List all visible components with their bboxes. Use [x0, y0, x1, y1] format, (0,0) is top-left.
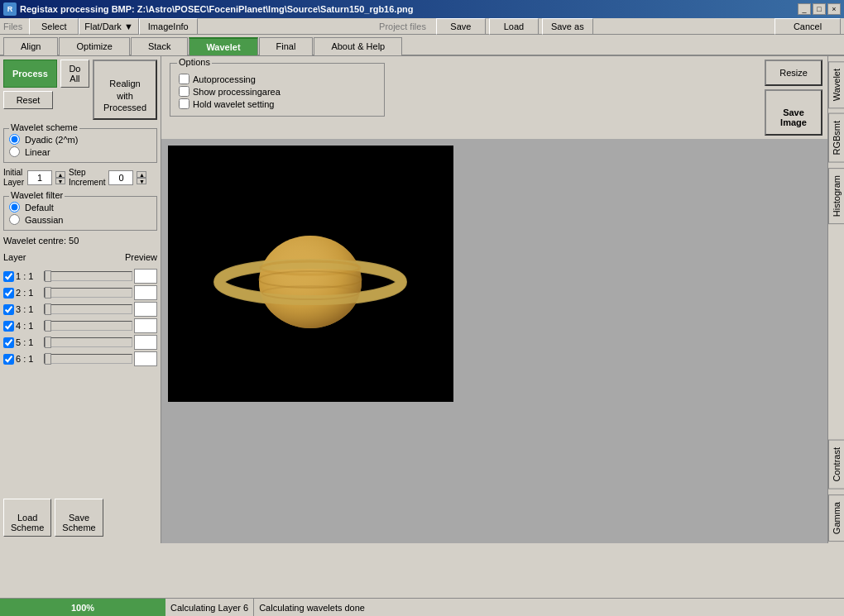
autoprocessing-row: Autoprocessing: [179, 74, 376, 84]
initial-layer-up[interactable]: ▲: [55, 171, 65, 178]
saturn-image: [168, 146, 453, 402]
layer-5-checkbox[interactable]: [3, 337, 14, 348]
initial-layer-down[interactable]: ▼: [55, 178, 65, 184]
wavelet-filter-label: Wavelet filter: [9, 190, 65, 200]
vtab-contrast[interactable]: Contrast: [828, 440, 845, 489]
default-radio[interactable]: [9, 202, 20, 212]
show-processing-area-label[interactable]: Show processingarea: [193, 87, 281, 97]
gaussian-label[interactable]: Gaussian: [25, 215, 63, 225]
status-text-1: Calculating Layer 6: [165, 603, 253, 613]
layer-6-input[interactable]: 1: [134, 351, 157, 366]
maximize-button[interactable]: □: [813, 3, 826, 15]
layer-6-checkbox[interactable]: [3, 354, 14, 365]
vtab-gamma[interactable]: Gamma: [828, 494, 845, 542]
tab-stack[interactable]: Stack: [131, 37, 189, 55]
save-scheme-button[interactable]: Save Scheme: [55, 499, 103, 537]
default-label[interactable]: Default: [25, 203, 54, 212]
save-as-button[interactable]: Save as: [542, 18, 593, 35]
vtab-wavelet[interactable]: Wavelet: [828, 61, 845, 108]
resize-button[interactable]: Resize: [765, 60, 822, 86]
layer-3-slider[interactable]: [44, 304, 132, 314]
navtabs: Align Optimize Stack Wavelet Final About…: [0, 35, 844, 55]
step-increment-spinners[interactable]: ▲ ▼: [137, 171, 146, 184]
tab-final[interactable]: Final: [259, 37, 314, 55]
filter-gaussian-row: Gaussian: [9, 214, 151, 225]
layer-5-input[interactable]: 1: [134, 335, 157, 350]
realign-button[interactable]: Realign with Processed: [93, 60, 157, 120]
cancel-button[interactable]: Cancel: [774, 18, 841, 35]
layer-1-label: 1 : 1: [16, 271, 42, 281]
vtab-rgbsmt[interactable]: RGBsmt: [828, 113, 845, 163]
layer-6-label: 6 : 1: [16, 354, 42, 364]
layer-1-slider[interactable]: [44, 271, 132, 281]
image-canvas: [168, 146, 453, 402]
step-increment-input[interactable]: 0: [108, 170, 133, 185]
initial-layer-label: Initial Layer: [3, 168, 24, 188]
layer-2-label: 2 : 1: [16, 288, 42, 298]
initial-layer-spinners[interactable]: ▲ ▼: [55, 171, 65, 184]
svg-point-3: [259, 236, 362, 328]
titlebar: R Registax processing BMP: Z:\Astro\POSE…: [0, 0, 844, 18]
image-area: [161, 139, 827, 543]
dyadic-label[interactable]: Dyadic (2^m): [25, 135, 78, 145]
layer-5-slider[interactable]: [44, 337, 132, 347]
dyadic-radio[interactable]: [9, 134, 20, 145]
gaussian-radio[interactable]: [9, 214, 20, 225]
close-button[interactable]: ×: [827, 3, 841, 15]
options-area: Options Autoprocessing Show processingar…: [170, 63, 385, 117]
layer-1-input[interactable]: 1: [134, 269, 157, 284]
layer-4-checkbox[interactable]: [3, 321, 14, 332]
do-all-button[interactable]: Do All: [60, 60, 89, 88]
autoprocessing-label[interactable]: Autoprocessing: [193, 74, 256, 84]
autoprocessing-checkbox[interactable]: [179, 74, 189, 84]
layer-row-3: 3 : 1 1: [3, 302, 157, 317]
step-increment-label: Step Increment: [69, 168, 105, 188]
step-increment-up[interactable]: ▲: [137, 171, 146, 178]
hold-wavelet-label[interactable]: Hold wavelet setting: [193, 99, 274, 109]
load-button[interactable]: Load: [489, 18, 539, 35]
layer-2-input[interactable]: 1: [134, 285, 157, 300]
process-button[interactable]: Process: [3, 60, 57, 88]
layer-5-label: 5 : 1: [16, 337, 42, 347]
options-label: Options: [177, 57, 212, 67]
tab-wavelet[interactable]: Wavelet: [189, 37, 257, 55]
layer-2-slider[interactable]: [44, 288, 132, 298]
save-button[interactable]: Save: [436, 18, 486, 35]
layer-2-checkbox[interactable]: [3, 288, 14, 298]
layer-3-checkbox[interactable]: [3, 304, 14, 315]
initial-layer-input[interactable]: 1: [27, 170, 52, 185]
layer-4-input[interactable]: 1: [134, 318, 157, 333]
imageinfo-button[interactable]: ImageInfo: [139, 18, 198, 35]
tab-about-help[interactable]: About & Help: [314, 37, 402, 55]
layer-row-4: 4 : 1 1: [3, 318, 157, 333]
reset-button[interactable]: Reset: [3, 91, 53, 109]
linear-label[interactable]: Linear: [25, 147, 50, 157]
show-processing-area-checkbox[interactable]: [179, 86, 189, 97]
linear-radio[interactable]: [9, 146, 20, 157]
window-controls[interactable]: _ □ ×: [798, 3, 841, 15]
step-increment-down[interactable]: ▼: [137, 178, 146, 184]
tab-optimize[interactable]: Optimize: [59, 37, 129, 55]
load-scheme-button[interactable]: Load Scheme: [3, 499, 51, 537]
hold-wavelet-checkbox[interactable]: [179, 98, 189, 109]
left-panel: Process Do All Reset Realign with Proces…: [0, 56, 161, 543]
layer-row-2: 2 : 1 1: [3, 285, 157, 300]
layer-6-slider[interactable]: [44, 354, 132, 364]
main-content: Process Do All Reset Realign with Proces…: [0, 55, 844, 543]
layer-4-slider[interactable]: [44, 321, 132, 331]
save-image-button[interactable]: Save Image: [765, 89, 822, 136]
layers-list: 1 : 1 1 2 : 1 1 3 : 1 1: [3, 267, 157, 368]
vtab-histogram[interactable]: Histogram: [828, 168, 845, 224]
tab-align[interactable]: Align: [3, 37, 58, 55]
layer-1-checkbox[interactable]: [3, 271, 14, 282]
project-files-label: Project files: [379, 21, 426, 31]
window-title: Registax processing BMP: Z:\Astro\POSEC\…: [20, 4, 414, 14]
select-button[interactable]: Select: [29, 18, 79, 35]
layer-4-label: 4 : 1: [16, 321, 42, 331]
minimize-button[interactable]: _: [798, 3, 811, 15]
layer-headers: Layer Preview: [3, 252, 157, 262]
layer-3-input[interactable]: 1: [134, 302, 157, 317]
flat-dark-button[interactable]: Flat/Dark ▼: [79, 18, 139, 35]
wavelet-scheme-group: Wavelet scheme Dyadic (2^m) Linear: [3, 128, 157, 163]
preview-col-header: Preview: [125, 252, 157, 262]
